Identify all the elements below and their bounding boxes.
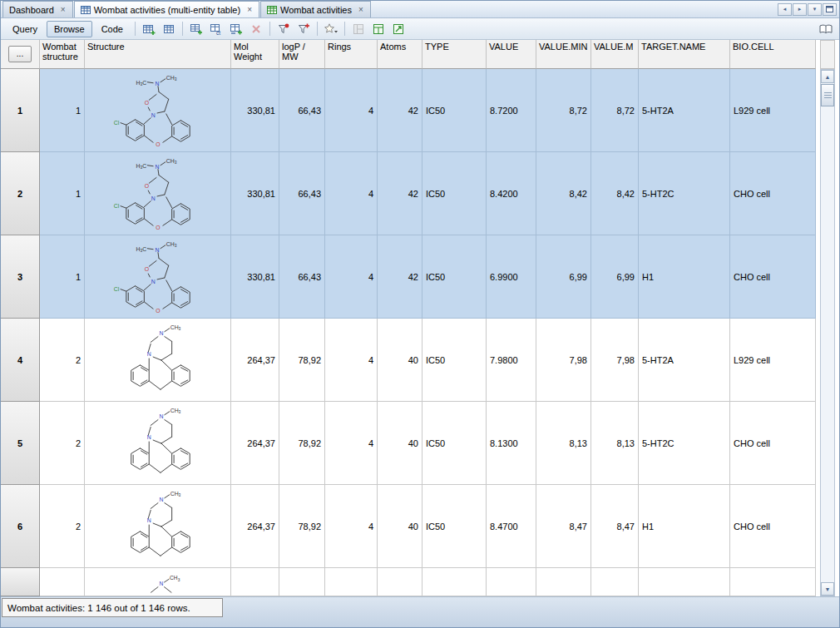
cell-structure[interactable] [85,152,231,235]
cell-rings[interactable] [325,568,378,596]
cell-logp-mw[interactable]: 66,43 [279,152,325,235]
scroll-tabs-right-icon[interactable]: ▸ [793,3,807,16]
column-header-logp-mw[interactable]: logP / MW [279,40,325,69]
cell-structure[interactable] [85,319,231,402]
cell-value[interactable] [487,568,536,596]
favorites-star-icon[interactable] [322,20,340,37]
cell-bio-cell[interactable]: CHO cell [730,485,816,568]
close-icon[interactable]: × [246,6,253,14]
cell-logp-mw[interactable]: 78,92 [279,485,325,568]
cell-rings[interactable]: 4 [325,402,378,485]
cell-wombat-structure[interactable]: 1 [40,152,85,235]
vertical-scrollbar[interactable]: ▲ ▼ [820,69,835,596]
cell-atoms[interactable]: 42 [378,152,422,235]
cell-type[interactable]: IC50 [422,69,487,152]
cell-atoms[interactable]: 42 [378,235,422,319]
form-view-icon[interactable] [349,20,368,37]
cell-target-name[interactable]: 5-HT2C [639,152,730,235]
cell-structure[interactable] [85,235,231,319]
cell-wombat-structure[interactable]: 2 [40,319,85,402]
cell-logp-mw[interactable]: 66,43 [279,69,325,152]
cell-type[interactable]: IC50 [422,485,487,568]
cell-logp-mw[interactable]: 78,92 [279,402,325,485]
cell-type[interactable]: IC50 [422,152,487,235]
cell-atoms[interactable]: 40 [378,319,422,402]
cell-value-min[interactable]: 8,13 [536,402,591,485]
add-filter-icon[interactable] [294,20,313,37]
row-header[interactable] [1,568,40,596]
cell-atoms[interactable]: 42 [378,69,422,152]
tab-dashboard[interactable]: Dashboard × [2,1,73,17]
column-header-value[interactable]: VALUE [487,40,536,69]
cell-atoms[interactable] [378,568,422,596]
cell-target-name[interactable]: 5-HT2A [639,69,730,152]
cell-target-name[interactable]: 5-HT2C [639,402,730,485]
cell-value-max[interactable]: 8,13 [591,402,639,485]
add-row-icon[interactable] [187,20,205,37]
delete-row-icon[interactable] [247,20,265,37]
filter-icon[interactable] [274,20,293,37]
cell-value[interactable]: 8.7200 [487,69,536,152]
cell-value-max[interactable]: 6,99 [591,235,639,319]
scrollbar-thumb[interactable] [821,84,834,106]
code-mode-button[interactable]: Code [94,21,131,37]
cell-rings[interactable]: 4 [325,69,378,152]
column-header-bio-cell[interactable]: BIO.CELL [730,40,816,69]
table-row-partial[interactable] [1,568,816,596]
tab-wombat-activities[interactable]: Wombat activities × [260,1,371,17]
row-header[interactable]: 2 [1,152,40,235]
cell-bio-cell[interactable] [730,568,816,596]
cell-mol-weight[interactable]: 264,37 [231,319,279,402]
column-header-target-name[interactable]: TARGET.NAME [639,40,730,69]
close-icon[interactable]: × [60,6,67,14]
column-header-atoms[interactable]: Atoms [378,40,422,69]
cell-value-min[interactable]: 6,99 [536,235,591,319]
cell-bio-cell[interactable]: L929 cell [730,319,816,402]
cell-target-name[interactable]: H1 [639,235,730,319]
cell-rings[interactable]: 4 [325,319,378,402]
cell-value-min[interactable] [536,568,591,596]
cell-value-max[interactable]: 8,42 [591,152,639,235]
tab-list-dropdown-icon[interactable]: ▾ [808,3,822,16]
cell-wombat-structure[interactable] [40,568,85,596]
cell-target-name[interactable] [639,568,730,596]
scroll-up-icon[interactable]: ▲ [821,70,834,83]
table-row[interactable]: 2 1 330,81 66,43 4 42 IC50 8.4200 8,42 8… [1,152,816,235]
cell-type[interactable] [422,568,487,596]
table-append-icon[interactable] [227,20,245,37]
column-header-mol-weight[interactable]: Mol Weight [231,40,279,69]
cell-logp-mw[interactable]: 66,43 [279,235,325,319]
cell-wombat-structure[interactable]: 2 [40,485,85,568]
column-header-type[interactable]: TYPE [422,40,487,69]
cell-value[interactable]: 8.4200 [487,152,536,235]
cell-bio-cell[interactable]: CHO cell [730,152,816,235]
table-ct-icon[interactable]: ct [207,20,225,37]
cell-wombat-structure[interactable]: 1 [40,235,85,319]
grid-view-icon[interactable] [369,20,388,37]
cell-value[interactable]: 6.9900 [487,235,536,319]
cell-mol-weight[interactable]: 330,81 [231,152,279,235]
cell-structure[interactable] [85,69,231,152]
row-header[interactable]: 3 [1,235,40,319]
table-row[interactable]: 6 2 264,37 78,92 4 40 IC50 8.4700 8,47 8… [1,485,816,568]
open-book-icon[interactable] [817,20,835,37]
show-table-icon[interactable] [160,20,178,37]
cell-value-max[interactable]: 8,72 [591,69,639,152]
cell-mol-weight[interactable]: 264,37 [231,485,279,568]
cell-mol-weight[interactable]: 330,81 [231,69,279,152]
cell-logp-mw[interactable]: 78,92 [279,319,325,402]
cell-value-max[interactable]: 7,98 [591,319,639,402]
cell-value-min[interactable]: 7,98 [536,319,591,402]
row-header[interactable]: 5 [1,402,40,485]
column-header-value-min[interactable]: VALUE.MIN [536,40,591,69]
cell-mol-weight[interactable]: 264,37 [231,402,279,485]
cell-mol-weight[interactable]: 330,81 [231,235,279,319]
scroll-down-icon[interactable]: ▼ [821,582,834,596]
cell-rings[interactable]: 4 [325,152,378,235]
column-header-structure[interactable]: Structure [85,40,231,69]
cell-rings[interactable]: 4 [325,235,378,319]
column-header-wombat-structure[interactable]: Wombat structure [40,40,85,69]
tab-wombat-multi-entity-table[interactable]: Wombat activities (multi-entity table) × [74,1,259,17]
row-header[interactable]: 4 [1,319,40,402]
cell-target-name[interactable]: 5-HT2A [639,319,730,402]
